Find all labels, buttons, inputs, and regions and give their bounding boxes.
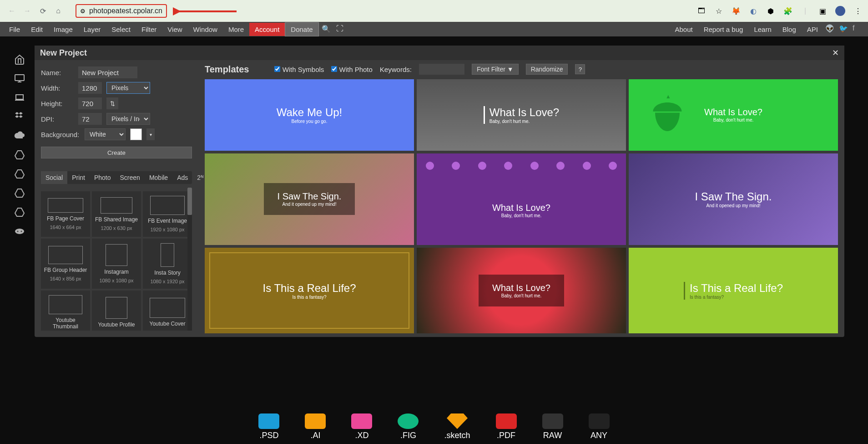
menu-window[interactable]: Window — [188, 23, 223, 36]
preset-item[interactable]: Youtube Profile800 x 800 px — [92, 291, 141, 331]
back-button[interactable]: ← — [5, 5, 18, 17]
gdrive3-icon[interactable] — [14, 188, 25, 199]
template-card[interactable]: What Is Love? Baby, don't hurt me. — [417, 79, 626, 151]
cloud-icon[interactable] — [14, 130, 25, 141]
font-filter-button[interactable]: Font Filter ▼ — [472, 64, 519, 75]
template-card[interactable]: Is This a Real Life? Is this a fantasy? — [629, 248, 838, 333]
dropbox-icon[interactable] — [14, 111, 25, 122]
fullscreen-icon[interactable]: ⛶ — [336, 25, 345, 34]
swap-dimensions-button[interactable]: ⇅ — [106, 97, 118, 109]
search-icon[interactable]: 🔍 — [322, 25, 331, 34]
height-input[interactable] — [78, 97, 102, 109]
gdrive2-icon[interactable] — [14, 168, 25, 179]
ext-cube-icon[interactable]: ⬢ — [766, 6, 775, 15]
preset-scrollbar[interactable] — [187, 188, 192, 331]
format-pdf[interactable]: .PDF — [496, 413, 517, 440]
gdrive-icon[interactable] — [14, 149, 25, 160]
bg-select[interactable]: White — [85, 128, 126, 140]
preset-item[interactable]: FB Group Header1640 x 856 px — [41, 239, 90, 289]
facebook-icon[interactable]: f — [853, 24, 863, 34]
twitter-icon[interactable]: 🐦 — [839, 24, 849, 34]
template-card[interactable]: What Is Love? Baby, don't hurt me. — [629, 79, 838, 151]
bg-dropdown-button[interactable]: ▾ — [146, 128, 155, 140]
menu-file[interactable]: File — [4, 23, 25, 36]
preset-item[interactable]: FB Event Image1920 x 1080 px — [143, 191, 192, 237]
menu-filter[interactable]: Filter — [136, 23, 162, 36]
dpi-input[interactable] — [78, 113, 102, 125]
home-icon[interactable] — [14, 54, 25, 65]
ext-circle-icon[interactable]: ◐ — [749, 6, 758, 15]
format-fig[interactable]: .FIG — [398, 413, 419, 440]
menu-more[interactable]: More — [223, 23, 249, 36]
width-unit-select[interactable]: Pixels — [106, 82, 150, 94]
preset-tab-photo[interactable]: Photo — [90, 171, 116, 184]
preset-tab-social[interactable]: Social — [41, 171, 67, 184]
menu-account[interactable]: Account — [249, 23, 285, 36]
dots-decoration — [417, 162, 626, 170]
site-info-icon[interactable]: ⚙ — [80, 8, 86, 15]
sidepanel-icon[interactable]: ▣ — [818, 6, 827, 15]
gamepad-icon[interactable] — [14, 226, 25, 237]
keywords-input[interactable] — [419, 64, 464, 75]
menu-report-a-bug[interactable]: Report a bug — [698, 23, 749, 36]
menu-layer[interactable]: Layer — [78, 23, 106, 36]
width-input[interactable] — [78, 82, 102, 94]
menu-edit[interactable]: Edit — [25, 23, 48, 36]
ext-fox-icon[interactable]: 🦊 — [732, 6, 741, 15]
template-card[interactable]: Wake Me Up! Before you go go. — [205, 79, 414, 151]
gdrive4-icon[interactable] — [14, 207, 25, 218]
template-card[interactable]: I Saw The Sign. And it opened up my mind… — [629, 153, 838, 245]
with-photo-checkbox[interactable]: With Photo — [331, 66, 373, 73]
preset-item[interactable]: Insta Story1080 x 1920 px — [143, 239, 192, 289]
dpi-unit-select[interactable]: Pixels / Inch — [106, 113, 150, 125]
create-button[interactable]: Create — [41, 147, 192, 158]
preset-tab-ads[interactable]: Ads — [172, 171, 192, 184]
menu-view[interactable]: View — [162, 23, 187, 36]
extensions-icon[interactable]: 🧩 — [783, 6, 792, 15]
format-xd[interactable]: .XD — [351, 413, 372, 440]
format-raw[interactable]: RAW — [542, 413, 563, 440]
preset-item[interactable]: FB Shared Image1200 x 630 px — [92, 191, 141, 237]
profile-icon[interactable] — [835, 6, 845, 16]
reload-button[interactable]: ⟳ — [36, 5, 49, 17]
menu-select[interactable]: Select — [106, 23, 136, 36]
template-card[interactable]: Is This a Real Life? Is this a fantasy? — [205, 248, 414, 333]
format-ai[interactable]: .AI — [305, 413, 326, 440]
preset-tab-screen[interactable]: Screen — [116, 171, 145, 184]
template-card[interactable]: What Is Love? Baby, don't hurt me. — [417, 153, 626, 245]
reddit-icon[interactable]: 👽 — [825, 24, 835, 34]
menu-about[interactable]: About — [669, 23, 698, 36]
help-button[interactable]: ? — [575, 64, 585, 74]
monitor-icon[interactable] — [14, 73, 25, 84]
randomize-button[interactable]: Randomize — [526, 64, 568, 75]
preset-item[interactable]: Youtube Cover2560 x 1440 px — [143, 291, 192, 331]
menu-donate[interactable]: Donate — [285, 22, 318, 36]
preset-item[interactable]: FB Page Cover1640 x 664 px — [41, 191, 90, 237]
name-input[interactable] — [78, 66, 137, 78]
preset-name: Insta Story — [154, 270, 180, 276]
preset-thumb — [150, 298, 185, 318]
template-card[interactable]: I Saw The Sign. And it opened up my mind… — [205, 153, 414, 245]
translate-icon[interactable]: 🗔 — [697, 6, 706, 15]
bg-color-swatch[interactable] — [130, 128, 142, 140]
home-button[interactable]: ⌂ — [52, 5, 65, 17]
format-sketch[interactable]: .sketch — [444, 413, 470, 440]
forward-button[interactable]: → — [21, 5, 34, 17]
menu-learn[interactable]: Learn — [748, 23, 777, 36]
with-symbols-checkbox[interactable]: With Symbols — [274, 66, 324, 73]
address-bar[interactable]: ⚙ photopeatest.cpolar.cn — [70, 3, 691, 19]
more-icon[interactable]: ⋮ — [853, 6, 863, 15]
format-any[interactable]: ANY — [589, 413, 610, 440]
menu-blog[interactable]: Blog — [777, 23, 802, 36]
close-button[interactable]: ✕ — [832, 48, 839, 58]
laptop-icon[interactable] — [14, 92, 25, 103]
format-psd[interactable]: .PSD — [258, 413, 279, 440]
preset-tab-mobile[interactable]: Mobile — [145, 171, 172, 184]
preset-item[interactable]: Youtube Thumbnail1280 x 720 px — [41, 291, 90, 331]
menu-api[interactable]: API — [802, 23, 823, 36]
menu-image[interactable]: Image — [48, 23, 78, 36]
preset-item[interactable]: Instagram1080 x 1080 px — [92, 239, 141, 289]
template-card[interactable]: What Is Love? Baby, don't hurt me. — [417, 248, 626, 333]
preset-tab-print[interactable]: Print — [67, 171, 90, 184]
bookmark-icon[interactable]: ☆ — [714, 6, 723, 15]
